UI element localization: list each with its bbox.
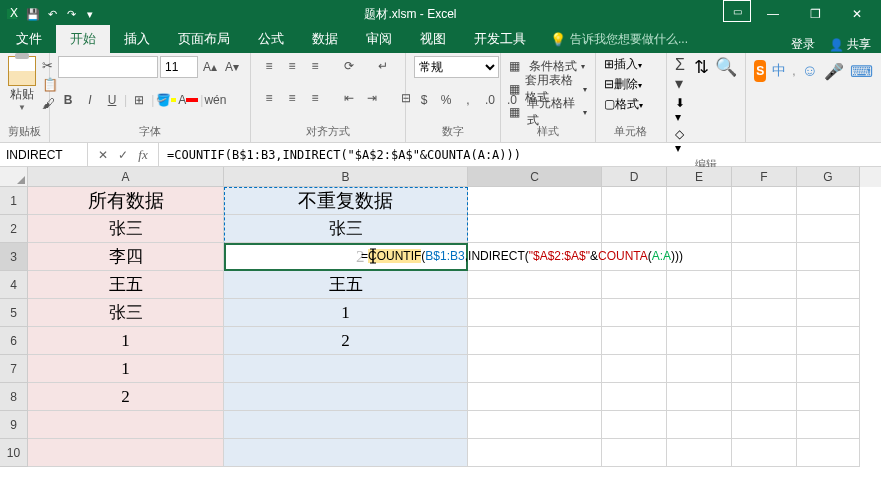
ime-emoji-icon[interactable]: ☺ bbox=[802, 62, 818, 80]
cell-g7[interactable] bbox=[797, 355, 860, 383]
cell-c8[interactable] bbox=[468, 383, 602, 411]
cell-c5[interactable] bbox=[468, 299, 602, 327]
cell-a8[interactable]: 2 bbox=[28, 383, 224, 411]
col-header-g[interactable]: G bbox=[797, 167, 860, 187]
paste-button[interactable]: 粘贴 ▼ bbox=[8, 56, 36, 112]
cancel-formula-icon[interactable]: ✕ bbox=[94, 148, 112, 162]
col-header-d[interactable]: D bbox=[602, 167, 667, 187]
cell-b2[interactable]: 张三 bbox=[224, 215, 468, 243]
decrease-font-icon[interactable]: A▾ bbox=[222, 57, 242, 77]
ribbon-display-icon[interactable]: ▭ bbox=[723, 0, 751, 22]
font-name-input[interactable] bbox=[58, 56, 158, 78]
delete-cells-button[interactable]: ⊟删除▾ bbox=[604, 76, 642, 93]
cell-d4[interactable] bbox=[602, 271, 667, 299]
col-header-e[interactable]: E bbox=[667, 167, 732, 187]
increase-decimal-icon[interactable]: .0 bbox=[480, 90, 500, 110]
ime-mic-icon[interactable]: 🎤 bbox=[824, 62, 844, 81]
cell-b4[interactable]: 王五 bbox=[224, 271, 468, 299]
align-left-icon[interactable]: ≡ bbox=[259, 88, 279, 108]
restore-button[interactable]: ❐ bbox=[795, 0, 835, 28]
tab-review[interactable]: 审阅 bbox=[352, 25, 406, 53]
insert-function-icon[interactable]: fx bbox=[134, 147, 152, 163]
cell-e10[interactable] bbox=[667, 439, 732, 467]
cell-c4[interactable] bbox=[468, 271, 602, 299]
cell-f1[interactable] bbox=[732, 187, 797, 215]
fill-color-button[interactable]: 🪣 bbox=[156, 90, 176, 110]
col-header-c[interactable]: C bbox=[468, 167, 602, 187]
cell-c6[interactable] bbox=[468, 327, 602, 355]
cell-g10[interactable] bbox=[797, 439, 860, 467]
format-cells-button[interactable]: ▢格式▾ bbox=[604, 96, 643, 113]
underline-button[interactable]: U bbox=[102, 90, 122, 110]
cell-g1[interactable] bbox=[797, 187, 860, 215]
close-button[interactable]: ✕ bbox=[837, 0, 877, 28]
cell-b8[interactable] bbox=[224, 383, 468, 411]
cell-e9[interactable] bbox=[667, 411, 732, 439]
cell-g8[interactable] bbox=[797, 383, 860, 411]
cell-d2[interactable] bbox=[602, 215, 667, 243]
border-button[interactable]: ⊞ bbox=[129, 90, 149, 110]
cell-b9[interactable] bbox=[224, 411, 468, 439]
tab-formulas[interactable]: 公式 bbox=[244, 25, 298, 53]
orientation-icon[interactable]: ⟳ bbox=[339, 56, 359, 76]
increase-indent-icon[interactable]: ⇥ bbox=[362, 88, 382, 108]
cell-e4[interactable] bbox=[667, 271, 732, 299]
tab-file[interactable]: 文件 bbox=[2, 25, 56, 53]
cell-c7[interactable] bbox=[468, 355, 602, 383]
increase-font-icon[interactable]: A▴ bbox=[200, 57, 220, 77]
save-icon[interactable]: 💾 bbox=[25, 6, 41, 22]
cell-a7[interactable]: 1 bbox=[28, 355, 224, 383]
font-color-button[interactable]: A bbox=[178, 90, 198, 110]
login-link[interactable]: 登录 bbox=[791, 36, 815, 53]
cell-f10[interactable] bbox=[732, 439, 797, 467]
cell-f2[interactable] bbox=[732, 215, 797, 243]
cell-f4[interactable] bbox=[732, 271, 797, 299]
cell-b10[interactable] bbox=[224, 439, 468, 467]
cell-g4[interactable] bbox=[797, 271, 860, 299]
insert-cells-button[interactable]: ⊞插入▾ bbox=[604, 56, 642, 73]
col-header-a[interactable]: A bbox=[28, 167, 224, 187]
cell-b6[interactable]: 2 bbox=[224, 327, 468, 355]
align-top-icon[interactable]: ≡ bbox=[259, 56, 279, 76]
name-box[interactable] bbox=[0, 143, 87, 166]
cell-g3[interactable] bbox=[797, 243, 860, 271]
cell-g5[interactable] bbox=[797, 299, 860, 327]
cell-d5[interactable] bbox=[602, 299, 667, 327]
cell-a3[interactable]: 李四 bbox=[28, 243, 224, 271]
comma-format-icon[interactable]: , bbox=[458, 90, 478, 110]
redo-icon[interactable]: ↷ bbox=[63, 6, 79, 22]
cell-d1[interactable] bbox=[602, 187, 667, 215]
cell-d9[interactable] bbox=[602, 411, 667, 439]
tab-page-layout[interactable]: 页面布局 bbox=[164, 25, 244, 53]
align-center-icon[interactable]: ≡ bbox=[282, 88, 302, 108]
cell-a5[interactable]: 张三 bbox=[28, 299, 224, 327]
cell-a1[interactable]: 所有数据 bbox=[28, 187, 224, 215]
bold-button[interactable]: B bbox=[58, 90, 78, 110]
tab-insert[interactable]: 插入 bbox=[110, 25, 164, 53]
cell-a2[interactable]: 张三 bbox=[28, 215, 224, 243]
cell-e6[interactable] bbox=[667, 327, 732, 355]
col-header-b[interactable]: B bbox=[224, 167, 468, 187]
cell-d6[interactable] bbox=[602, 327, 667, 355]
tell-me-search[interactable]: 💡告诉我您想要做什么... bbox=[540, 26, 791, 53]
cell-g6[interactable] bbox=[797, 327, 860, 355]
row-header-1[interactable]: 1 bbox=[0, 187, 28, 215]
cell-d7[interactable] bbox=[602, 355, 667, 383]
cell-f8[interactable] bbox=[732, 383, 797, 411]
cell-e8[interactable] bbox=[667, 383, 732, 411]
col-header-f[interactable]: F bbox=[732, 167, 797, 187]
cell-f6[interactable] bbox=[732, 327, 797, 355]
excel-app-icon[interactable]: X bbox=[6, 6, 22, 22]
cell-c1[interactable] bbox=[468, 187, 602, 215]
share-button[interactable]: 👤共享 bbox=[829, 36, 871, 53]
autosum-icon[interactable]: Σ ▾ bbox=[675, 56, 688, 93]
cell-c9[interactable] bbox=[468, 411, 602, 439]
cell-e1[interactable] bbox=[667, 187, 732, 215]
row-header-5[interactable]: 5 bbox=[0, 299, 28, 327]
row-header-8[interactable]: 8 bbox=[0, 383, 28, 411]
formula-input[interactable]: =COUNTIF(B$1:B3,INDIRECT("$A$2:$A$"&COUN… bbox=[159, 143, 881, 166]
cell-a10[interactable] bbox=[28, 439, 224, 467]
cell-e3[interactable] bbox=[667, 243, 732, 271]
cell-c2[interactable] bbox=[468, 215, 602, 243]
align-middle-icon[interactable]: ≡ bbox=[282, 56, 302, 76]
